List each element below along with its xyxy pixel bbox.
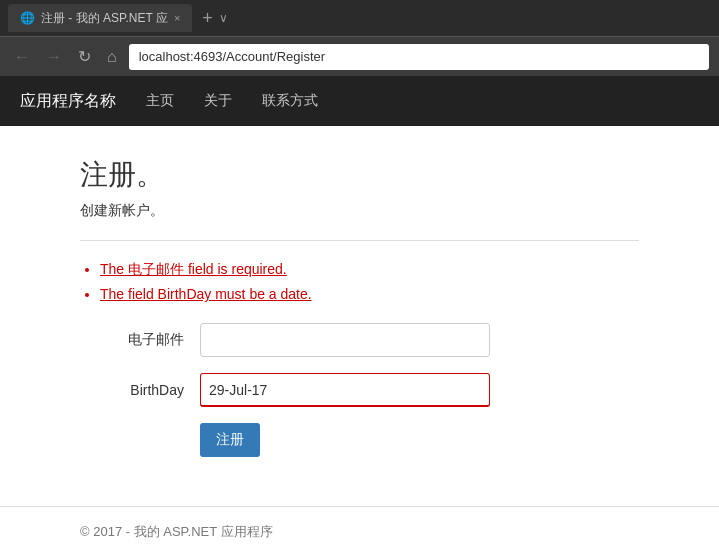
birthday-group: BirthDay [80,373,639,407]
footer-text: © 2017 - 我的 ASP.NET 应用程序 [80,524,273,539]
page-title: 注册。 [80,156,639,194]
nav-link-about[interactable]: 关于 [204,92,232,110]
tab-chevron-button[interactable]: ∨ [219,11,228,25]
divider [80,240,639,241]
browser-chrome: 🌐 注册 - 我的 ASP.NET 应 × + ∨ [0,0,719,36]
birthday-input[interactable] [200,373,490,407]
footer: © 2017 - 我的 ASP.NET 应用程序 [0,506,719,554]
tab-close-button[interactable]: × [174,12,180,24]
tab-title: 注册 - 我的 ASP.NET 应 [41,10,168,27]
back-button[interactable]: ← [10,44,34,70]
submit-button[interactable]: 注册 [200,423,260,457]
validation-errors: The 电子邮件 field is required. The field Bi… [80,257,639,307]
tab-icon: 🌐 [20,11,35,25]
error-item-0: The 电子邮件 field is required. [100,257,639,282]
address-bar[interactable]: localhost:4693/Account/Register [129,44,709,70]
forward-button[interactable]: → [42,44,66,70]
email-group: 电子邮件 [80,323,639,357]
reload-button[interactable]: ↻ [74,43,95,70]
address-text: localhost:4693/Account/Register [139,49,325,64]
home-button[interactable]: ⌂ [103,44,121,70]
app-navbar: 应用程序名称 主页 关于 联系方式 [0,76,719,126]
error-text-1: The field BirthDay must be a date. [100,286,312,302]
browser-tab[interactable]: 🌐 注册 - 我的 ASP.NET 应 × [8,4,192,32]
browser-toolbar: ← → ↻ ⌂ localhost:4693/Account/Register [0,36,719,76]
error-list: The 电子邮件 field is required. The field Bi… [80,257,639,307]
register-form: 电子邮件 BirthDay 注册 [80,323,639,457]
email-input[interactable] [200,323,490,357]
page-subtitle: 创建新帐户。 [80,202,639,220]
error-item-1: The field BirthDay must be a date. [100,282,639,307]
new-tab-button[interactable]: + [202,9,213,27]
birthday-label: BirthDay [80,382,200,398]
nav-link-contact[interactable]: 联系方式 [262,92,318,110]
email-label: 电子邮件 [80,331,200,349]
error-text-0: The 电子邮件 field is required. [100,261,287,277]
app-name: 应用程序名称 [20,91,116,112]
main-content: 注册。 创建新帐户。 The 电子邮件 field is required. T… [0,126,719,506]
submit-group: 注册 [80,423,639,457]
nav-link-home[interactable]: 主页 [146,92,174,110]
